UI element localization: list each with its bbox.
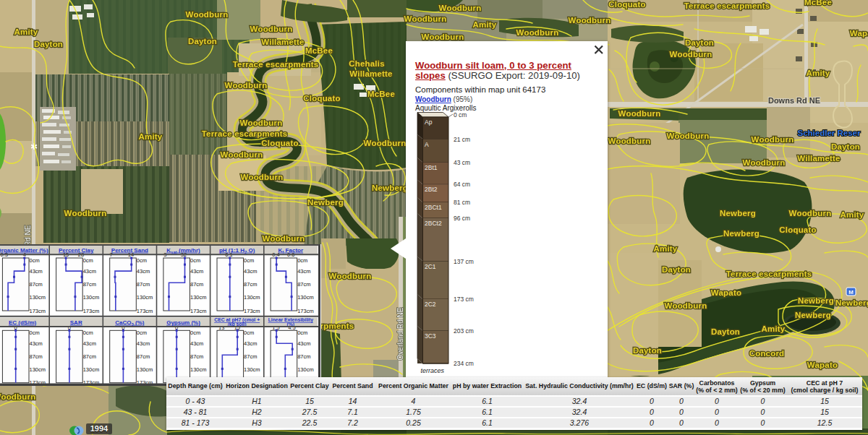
svg-text:130cm: 130cm <box>297 366 314 373</box>
svg-text:Ap: Ap <box>425 119 433 126</box>
svg-text:Cloquato: Cloquato <box>608 0 645 9</box>
svg-text:Newberg: Newberg <box>723 229 760 238</box>
svg-text:0cm: 0cm <box>137 257 147 264</box>
svg-text:87cm: 87cm <box>30 353 43 360</box>
svg-text:43cm: 43cm <box>137 268 150 275</box>
svg-text:Newberg: Newberg <box>307 198 344 207</box>
svg-text:Woodburn: Woodburn <box>241 173 284 181</box>
svg-text:173cm: 173cm <box>190 308 207 314</box>
svg-text:130cm: 130cm <box>30 366 46 373</box>
svg-text:Woodburn: Woodburn <box>665 301 707 310</box>
svg-text:173cm: 173cm <box>244 308 260 314</box>
svg-text:130cm: 130cm <box>137 366 153 373</box>
svg-text:McBee: McBee <box>367 90 395 98</box>
svg-text:0cm: 0cm <box>244 257 254 264</box>
svg-text:Woodburn: Woodburn <box>329 272 372 280</box>
svg-text:43cm: 43cm <box>244 340 257 347</box>
svg-text:Chehalis: Chehalis <box>349 59 385 68</box>
svg-text:Terrace escarpments: Terrace escarpments <box>233 60 319 69</box>
svg-text:Woodburn: Woodburn <box>752 135 794 144</box>
svg-text:43cm: 43cm <box>83 340 96 347</box>
svg-text:M: M <box>848 289 854 296</box>
svg-text:234 cm: 234 cm <box>454 360 474 367</box>
svg-text:Willamette: Willamette <box>261 38 304 46</box>
svg-text:Woodburn: Woodburn <box>743 158 786 167</box>
svg-text:137 cm: 137 cm <box>454 258 474 265</box>
svg-text:0cm: 0cm <box>83 257 93 264</box>
svg-text:Cloquato: Cloquato <box>303 94 340 103</box>
svg-text:Amity: Amity <box>473 20 497 29</box>
svg-text:Concord: Concord <box>749 349 785 358</box>
svg-text:Amity: Amity <box>14 27 38 36</box>
svg-text:Cloquato: Cloquato <box>261 139 298 147</box>
svg-text:43cm: 43cm <box>190 268 203 275</box>
svg-text:2Bt2: 2Bt2 <box>425 186 438 193</box>
svg-text:173cm: 173cm <box>30 308 46 314</box>
svg-text:87cm: 87cm <box>137 281 150 288</box>
svg-text:Woodburn: Woodburn <box>250 25 293 33</box>
svg-text:Woodburn: Woodburn <box>667 132 710 140</box>
svg-text:130cm: 130cm <box>244 366 260 373</box>
svg-text:Woodburn: Woodburn <box>422 33 464 41</box>
svg-text:Dayton: Dayton <box>685 38 714 47</box>
svg-text:Newberg: Newberg <box>720 209 756 218</box>
svg-text:0cm: 0cm <box>30 330 40 336</box>
svg-text:Downs Rd NE: Downs Rd NE <box>768 96 820 105</box>
svg-text:130cm: 130cm <box>297 294 314 301</box>
svg-text:Amity: Amity <box>139 132 163 141</box>
svg-text:173cm: 173cm <box>297 308 314 314</box>
svg-text:Woodburn: Woodburn <box>263 234 305 243</box>
svg-text:Wapato: Wapato <box>850 29 868 38</box>
svg-text:87cm: 87cm <box>190 353 203 360</box>
svg-text:Woodburn: Woodburn <box>618 109 661 118</box>
svg-text:Newberg: Newberg <box>835 298 868 307</box>
svg-text:EC (dS/m): EC (dS/m) <box>9 319 37 326</box>
svg-text:173cm: 173cm <box>137 308 153 314</box>
svg-text:Woodburn: Woodburn <box>0 392 35 401</box>
svg-text:0cm: 0cm <box>190 330 200 336</box>
svg-text:96 cm: 96 cm <box>454 215 470 222</box>
svg-text:Woodburn: Woodburn <box>569 16 611 25</box>
svg-text:Wapato: Wapato <box>807 361 838 369</box>
svg-text:Woodburn: Woodburn <box>186 10 229 19</box>
svg-text:Dayton: Dayton <box>711 327 740 336</box>
svg-text:Amity: Amity <box>762 324 786 333</box>
svg-text:130cm: 130cm <box>83 294 100 301</box>
svg-text:0cm: 0cm <box>297 330 307 336</box>
svg-text:173 cm: 173 cm <box>454 296 474 303</box>
svg-text:2BCt2: 2BCt2 <box>425 220 442 227</box>
svg-text:87cm: 87cm <box>244 281 257 288</box>
svg-text:2BCt1: 2BCt1 <box>425 204 442 211</box>
svg-text:Woodburn: Woodburn <box>404 14 447 23</box>
svg-text:43cm: 43cm <box>30 340 43 347</box>
svg-text:McBee: McBee <box>804 0 832 7</box>
svg-text:Cloquato: Cloquato <box>779 225 816 234</box>
svg-text:Dayton: Dayton <box>34 40 63 48</box>
svg-text:130cm: 130cm <box>190 366 207 373</box>
svg-text:87cm: 87cm <box>297 353 310 360</box>
svg-text:2Bt1: 2Bt1 <box>425 164 438 171</box>
svg-text:0cm: 0cm <box>83 330 93 336</box>
svg-text:Woodburn: Woodburn <box>789 209 832 218</box>
svg-text:Terrace escarpments: Terrace escarpments <box>684 1 770 10</box>
svg-text:130cm: 130cm <box>190 294 207 301</box>
svg-text:64 cm: 64 cm <box>454 181 470 188</box>
svg-text:Dayton: Dayton <box>662 265 691 274</box>
svg-text:Newberg: Newberg <box>798 296 834 305</box>
svg-text:SAR: SAR <box>70 319 82 326</box>
svg-text:Woodburn: Woodburn <box>670 50 712 59</box>
svg-text:Overland Rd NE: Overland Rd NE <box>396 307 404 360</box>
svg-text:3C3: 3C3 <box>425 332 436 340</box>
svg-text:Dayton: Dayton <box>633 346 662 355</box>
svg-text:Dayton: Dayton <box>188 37 217 46</box>
svg-text:0 cm: 0 cm <box>454 111 467 119</box>
svg-text:Woodburn: Woodburn <box>608 137 651 145</box>
svg-text:87cm: 87cm <box>30 281 43 288</box>
svg-text:A: A <box>425 141 429 148</box>
svg-text:43cm: 43cm <box>30 268 43 275</box>
svg-text:43cm: 43cm <box>83 268 96 275</box>
svg-text:Amity: Amity <box>807 69 830 77</box>
svg-text:Newberg: Newberg <box>795 311 831 319</box>
svg-text:Wapato: Wapato <box>711 288 741 297</box>
svg-text:2C2: 2C2 <box>425 301 436 308</box>
